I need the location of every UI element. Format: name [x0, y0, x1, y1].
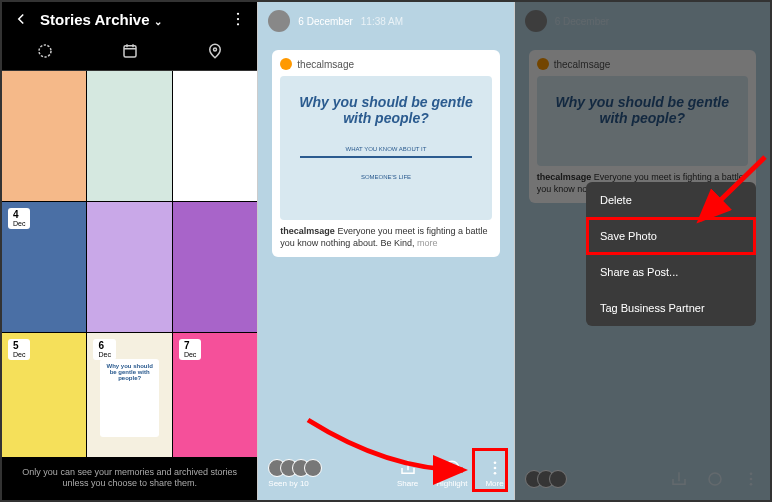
- svg-point-2: [237, 23, 239, 25]
- archive-item[interactable]: [87, 71, 171, 201]
- svg-point-1: [237, 18, 239, 20]
- card-sub2: SOMEONE'S LIFE: [290, 174, 481, 180]
- card-caption: thecalmsage Everyone you meet is fightin…: [280, 226, 491, 249]
- story-time: 11:38 AM: [361, 16, 403, 27]
- svg-point-9: [493, 467, 496, 470]
- seen-by[interactable]: Seen by 10: [268, 459, 322, 488]
- story-view-panel: 6 December 11:38 AM thecalmsage Why you …: [258, 2, 514, 500]
- location-tab-icon[interactable]: [206, 42, 224, 64]
- archive-item[interactable]: [87, 202, 171, 332]
- card-sub1: WHAT YOU KNOW ABOUT IT: [290, 146, 481, 152]
- archive-grid: 4Dec 5Dec 6Dec Why you should be gentle …: [2, 71, 257, 457]
- more-button[interactable]: More: [485, 459, 503, 488]
- context-menu: Delete Save Photo Share as Post... Tag B…: [586, 182, 756, 326]
- archive-title[interactable]: Stories Archive ⌄: [40, 11, 219, 28]
- story-header: 6 December 11:38 AM: [258, 2, 513, 40]
- menu-save-photo[interactable]: Save Photo: [586, 218, 756, 254]
- archive-item[interactable]: 7Dec: [173, 333, 257, 457]
- card-image: Why you should be gentle with people? WH…: [280, 76, 491, 220]
- menu-share-post[interactable]: Share as Post...: [586, 254, 756, 290]
- svg-point-8: [493, 461, 496, 464]
- svg-rect-4: [124, 46, 136, 57]
- menu-tag-partner[interactable]: Tag Business Partner: [586, 290, 756, 326]
- svg-point-10: [493, 472, 496, 475]
- thumbnail-text: Why you should be gentle with people?: [100, 359, 159, 437]
- highlight-icon: [443, 459, 461, 477]
- back-icon[interactable]: [12, 10, 30, 28]
- viewer-avatars: [268, 459, 322, 477]
- reel-tab-icon[interactable]: [36, 42, 54, 64]
- story-card[interactable]: thecalmsage Why you should be gentle wit…: [272, 50, 499, 257]
- archive-item[interactable]: [2, 71, 86, 201]
- svg-point-3: [39, 45, 51, 57]
- divider-icon: [300, 156, 471, 158]
- more-link[interactable]: more: [417, 238, 438, 248]
- date-badge: 7Dec: [179, 339, 201, 360]
- svg-point-6: [448, 464, 456, 472]
- archive-footer-text: Only you can see your memories and archi…: [2, 457, 257, 500]
- avatar[interactable]: [268, 10, 290, 32]
- archive-item[interactable]: 6Dec Why you should be gentle with peopl…: [87, 333, 171, 457]
- share-icon: [399, 459, 417, 477]
- archive-item[interactable]: [173, 71, 257, 201]
- date-badge: 6Dec: [93, 339, 115, 360]
- archive-item[interactable]: 5Dec: [2, 333, 86, 457]
- share-button[interactable]: Share: [397, 459, 418, 488]
- menu-delete[interactable]: Delete: [586, 182, 756, 218]
- archive-panel: Stories Archive ⌄ 4Dec 5Dec 6Dec Why you…: [2, 2, 258, 500]
- more-icon[interactable]: [229, 10, 247, 28]
- card-username: thecalmsage: [280, 58, 491, 70]
- archive-tabs: [2, 36, 257, 71]
- story-date: 6 December: [298, 16, 352, 27]
- svg-point-7: [445, 461, 459, 475]
- highlight-button[interactable]: Highlight: [436, 459, 467, 488]
- svg-point-5: [213, 48, 216, 51]
- date-badge: 4Dec: [8, 208, 30, 229]
- user-avatar-icon: [280, 58, 292, 70]
- archive-item[interactable]: [173, 202, 257, 332]
- archive-item[interactable]: 4Dec: [2, 202, 86, 332]
- archive-header: Stories Archive ⌄: [2, 2, 257, 36]
- svg-point-0: [237, 13, 239, 15]
- story-menu-panel: 6 December thecalmsage Why you should be…: [515, 2, 770, 500]
- story-bottom-bar: Seen by 10 Share Highlight More: [258, 451, 513, 500]
- calendar-tab-icon[interactable]: [121, 42, 139, 64]
- more-vertical-icon: [486, 459, 504, 477]
- card-headline: Why you should be gentle with people?: [290, 94, 481, 126]
- date-badge: 5Dec: [8, 339, 30, 360]
